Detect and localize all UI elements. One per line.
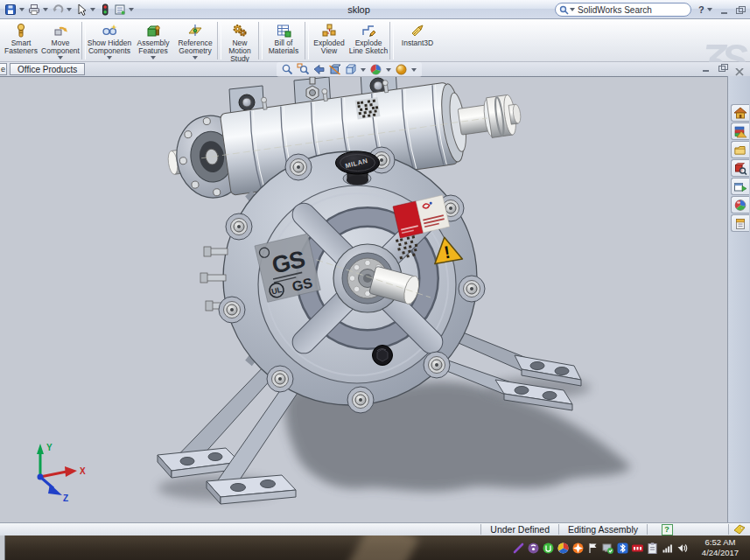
show-hidden-components-button[interactable]: Show Hidden Components (87, 20, 132, 61)
title-bar: sklop ? (0, 0, 750, 19)
search-button[interactable] (731, 159, 749, 177)
restore-button[interactable] (736, 6, 746, 14)
new-motion-study-button[interactable]: New Motion Study (222, 20, 257, 61)
reference-geometry-dropdown[interactable] (193, 56, 198, 60)
reference-geometry-button[interactable]: Reference Geometry (174, 20, 216, 61)
view-palette-button[interactable] (731, 178, 749, 195)
solidworks-resources-button[interactable] (731, 104, 749, 122)
svg-text:Y: Y (46, 443, 53, 452)
search-icon (559, 5, 569, 15)
quick-tips-icon: ? (662, 524, 673, 536)
exploded-view-button[interactable]: Exploded View (310, 20, 348, 61)
viber-tray-icon[interactable] (527, 542, 540, 555)
clipboard-tray-icon[interactable] (646, 542, 659, 555)
action-flag-tray-icon[interactable] (586, 542, 599, 555)
pump-assembly-model: MILAN ® ! GS (0, 77, 727, 523)
tags-button[interactable] (728, 524, 750, 535)
search-cube-icon (733, 162, 747, 175)
qr-label (355, 97, 381, 119)
help-dropdown-caret[interactable] (707, 8, 712, 11)
smart-fasteners-button[interactable]: Smart Fasteners (2, 20, 40, 61)
bill-of-materials-button[interactable]: Bill of Materials (263, 20, 304, 61)
hide-show-items-icon[interactable] (369, 63, 382, 76)
appearances-caret[interactable] (411, 68, 417, 72)
bluetooth-tray-icon[interactable] (616, 542, 629, 555)
utorrent-tray-icon[interactable] (542, 542, 555, 555)
zoom-to-fit-icon[interactable] (281, 63, 294, 76)
safely-remove-tray-icon[interactable] (601, 542, 614, 555)
design-library-button[interactable] (731, 122, 749, 140)
network-signal-tray-icon[interactable] (661, 542, 674, 555)
assembly-features-dropdown[interactable] (151, 56, 156, 60)
hide-show-items-caret[interactable] (386, 68, 391, 72)
options-dropdown-caret[interactable] (129, 8, 134, 11)
appearances-icon[interactable] (395, 63, 408, 76)
solidworks-search-box[interactable] (555, 3, 691, 17)
clock-date: 4/24/2017 (692, 548, 748, 558)
select-cursor-icon[interactable] (74, 3, 88, 16)
print-dropdown-caret[interactable] (43, 8, 48, 11)
document-close-button[interactable] (735, 64, 745, 72)
move-component-icon (53, 23, 69, 38)
appearances-button[interactable] (731, 196, 749, 214)
volume-tray-icon[interactable] (676, 542, 689, 555)
undo-dropdown-caret[interactable] (67, 8, 72, 11)
view-orientation-caret[interactable] (361, 68, 366, 72)
windows-taskbar[interactable]: 6:52 AM 4/24/2017 (0, 536, 750, 560)
quick-access-toolbar (0, 3, 135, 16)
avast-tray-icon[interactable] (571, 542, 585, 555)
tag-icon (733, 524, 746, 535)
command-manager-toolbar: Smart Fasteners Move Component Show Hidd… (0, 19, 750, 62)
instant3d-icon (410, 23, 426, 38)
options-icon[interactable] (113, 3, 126, 16)
help-button[interactable]: ? (698, 4, 704, 15)
ati-tray-icon[interactable] (631, 542, 644, 555)
drain-plug (373, 346, 393, 366)
save-dropdown-caret[interactable] (19, 8, 25, 11)
section-view-icon[interactable] (328, 63, 341, 76)
quick-tips-toggle[interactable]: ? (647, 524, 686, 535)
explode-line-sketch-button[interactable]: Explode Line Sketch (348, 20, 389, 61)
tab-office-products[interactable]: Office Products (10, 63, 85, 75)
move-component-button[interactable]: Move Component (40, 20, 81, 61)
explode-line-sketch-icon (361, 23, 377, 38)
heads-up-view-toolbar (277, 62, 422, 77)
rebuild-traffic-light-icon[interactable] (98, 3, 111, 16)
document-minimize-button[interactable] (702, 64, 711, 72)
color-manager-tray-icon[interactable] (557, 542, 570, 555)
clock-time: 6:52 AM (692, 537, 748, 548)
custom-properties-button[interactable] (731, 214, 749, 232)
undo-icon[interactable] (51, 3, 64, 16)
save-icon[interactable] (4, 3, 17, 16)
search-scope-caret[interactable] (570, 8, 575, 11)
instant3d-button[interactable]: Instant3D (395, 20, 440, 61)
graphics-area[interactable]: MILAN ® ! GS (0, 76, 727, 522)
taskbar-clock[interactable]: 6:52 AM 4/24/2017 (692, 537, 748, 558)
toolbar-separator (389, 22, 394, 60)
editing-mode-status: Editing Assembly (558, 524, 647, 535)
custom-properties-icon (733, 217, 747, 230)
folder-icon (733, 144, 747, 157)
show-hidden-dropdown[interactable] (107, 56, 112, 60)
taskbar-left-edge (0, 536, 5, 560)
pen-tray-icon[interactable] (512, 542, 525, 555)
reference-geometry-icon (187, 23, 204, 38)
wallpaper-streak (346, 536, 419, 560)
minimize-button[interactable] (720, 6, 730, 14)
view-orientation-icon[interactable] (344, 63, 357, 76)
print-icon[interactable] (27, 3, 40, 16)
status-bar: Under Defined Editing Assembly ? (0, 522, 750, 536)
assembly-features-button[interactable]: Assembly Features (132, 20, 174, 61)
bill-of-materials-icon (276, 23, 292, 38)
file-explorer-button[interactable] (731, 141, 749, 158)
toolbar-separator (81, 22, 86, 60)
move-component-dropdown[interactable] (58, 56, 63, 60)
previous-view-icon[interactable] (312, 63, 326, 76)
zoom-to-area-icon[interactable] (297, 63, 310, 76)
toolbar-separator (258, 22, 263, 60)
document-restore-button[interactable] (718, 64, 728, 72)
search-input[interactable] (576, 4, 676, 16)
tab-partial[interactable]: e (0, 63, 7, 75)
assembly-features-icon (145, 23, 162, 38)
select-dropdown-caret[interactable] (90, 8, 95, 11)
